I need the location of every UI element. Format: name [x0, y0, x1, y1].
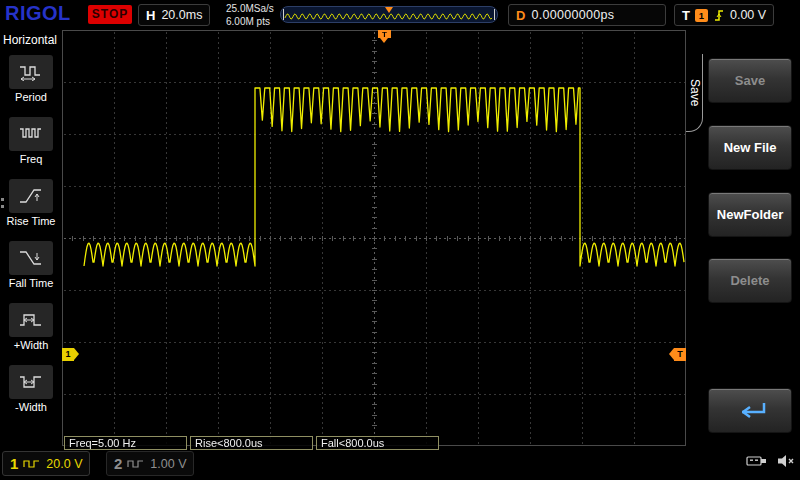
delay-value: 0.00000000ps [531, 8, 614, 22]
menu-item-label: Fall Time [0, 277, 62, 290]
new-file-button[interactable]: New File [708, 125, 792, 170]
acquisition-info: 25.0MSa/s 6.00M pts [226, 3, 274, 28]
menu-item-rise-time[interactable]: Rise Time [0, 179, 62, 228]
horizontal-label: H [146, 8, 155, 23]
usb-icon [746, 454, 768, 468]
channel-status-bar: 1 20.0 V 2 1.00 V [0, 448, 800, 480]
menu-item-period[interactable]: Period [0, 55, 62, 104]
ch1-status[interactable]: 1 20.0 V [2, 451, 90, 476]
menu-item-freq[interactable]: Freq [0, 117, 62, 166]
trigger-level-value: 0.00 V [730, 8, 766, 22]
delay-label: D [516, 8, 525, 23]
run-state-badge: STOP [88, 5, 132, 24]
ch1-scale: 20.0 V [46, 457, 82, 471]
top-bar: RIGOL STOP H 20.0ms 25.0MSa/s 6.00M pts … [0, 0, 800, 30]
trigger-box: T 1 0.00 V [674, 4, 774, 26]
return-button[interactable] [708, 388, 792, 433]
minus-width-icon [9, 365, 53, 399]
fall-time-icon [9, 241, 53, 275]
trigger-label: T [682, 8, 690, 23]
menu-item-label: +Width [0, 339, 62, 352]
scope-canvas [62, 30, 686, 446]
menu-item-fall-time[interactable]: Fall Time [0, 241, 62, 290]
timebase-value: 20.0ms [161, 8, 202, 22]
plus-width-icon [9, 303, 53, 337]
ch2-coupling-icon [127, 459, 145, 469]
menu-item-label: Freq [0, 153, 62, 166]
sample-rate: 25.0MSa/s [226, 3, 274, 16]
system-icons [746, 454, 795, 468]
waveform-display: T 1 T Freq=5.00 Hz Rise<800.0us Fall<800… [62, 30, 686, 446]
menu-item-minus-width[interactable]: -Width [0, 365, 62, 414]
measurement-readouts: Freq=5.00 Hz Rise<800.0us Fall<800.0us [64, 436, 439, 450]
menu-item-plus-width[interactable]: +Width [0, 303, 62, 352]
ch1-ground-marker[interactable]: 1 [62, 348, 74, 361]
speaker-muted-icon [777, 454, 795, 468]
left-menu-title: Horizontal [3, 33, 57, 47]
ch1-coupling-icon [23, 459, 41, 469]
new-folder-button[interactable]: NewFolder [708, 192, 792, 237]
menu-item-label: Rise Time [0, 215, 62, 228]
hpos-canvas [282, 7, 496, 22]
ch2-status[interactable]: 2 1.00 V [106, 451, 194, 476]
oscilloscope-screen: RIGOL STOP H 20.0ms 25.0MSa/s 6.00M pts … [0, 0, 800, 480]
memory-depth: 6.00M pts [226, 16, 274, 29]
ch1-number: 1 [10, 455, 18, 472]
measurement-rise: Rise<800.0us [190, 436, 313, 450]
delay-box: D 0.00000000ps [508, 4, 666, 26]
period-icon [9, 55, 53, 89]
left-menu-items: Period Freq Rise Time [0, 55, 62, 427]
trigger-source-badge: 1 [695, 9, 708, 22]
save-button[interactable]: Save [708, 58, 792, 103]
save-menu: Save Save New File NewFolder Delete [686, 30, 800, 448]
brand-logo: RIGOL [5, 2, 71, 25]
ch2-scale: 1.00 V [150, 457, 186, 471]
measurement-freq: Freq=5.00 Hz [64, 436, 187, 450]
save-menu-tab: Save [686, 54, 703, 132]
return-arrow-icon [730, 400, 770, 422]
freq-icon [9, 117, 53, 151]
measurement-fall: Fall<800.0us [316, 436, 439, 450]
ch2-number: 2 [114, 455, 122, 472]
rise-time-icon [9, 179, 53, 213]
menu-item-label: -Width [0, 401, 62, 414]
menu-item-label: Period [0, 91, 62, 104]
delete-button[interactable]: Delete [708, 258, 792, 303]
trigger-level-marker[interactable]: T [674, 348, 686, 361]
horizontal-measure-menu: Horizontal Period Freq [0, 30, 62, 448]
trigger-position-marker[interactable]: T [378, 30, 391, 38]
horizontal-timebase-box: H 20.0ms [138, 4, 210, 26]
trigger-slope-icon [713, 9, 725, 22]
horizontal-position-indicator[interactable] [280, 6, 498, 23]
